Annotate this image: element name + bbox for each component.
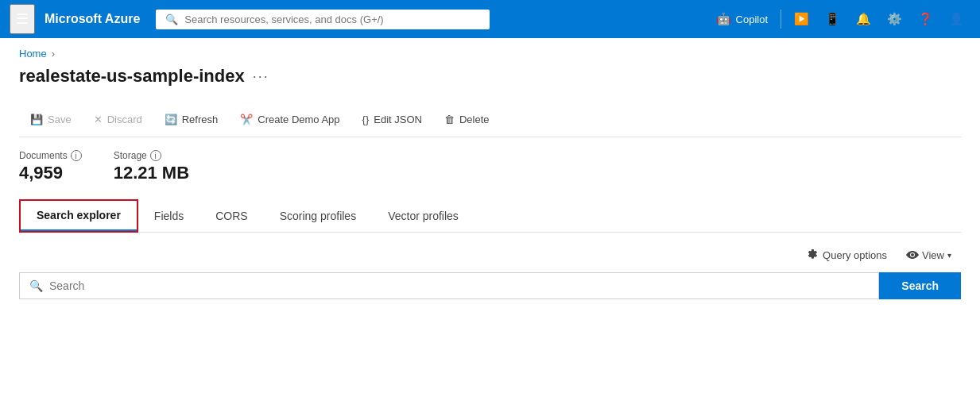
refresh-button[interactable]: 🔄 Refresh: [153, 109, 230, 130]
discard-icon: ✕: [94, 114, 103, 125]
portal-icon: 📱: [825, 12, 840, 26]
edit-json-icon: {}: [362, 114, 370, 125]
delete-button[interactable]: 🗑 Delete: [433, 109, 501, 130]
create-demo-icon: ✂️: [240, 114, 253, 125]
gear-icon: ⚙️: [887, 12, 902, 26]
tab-cors[interactable]: CORS: [199, 199, 263, 232]
help-icon: ❓: [918, 12, 933, 26]
copilot-button[interactable]: 🤖 Copilot: [710, 7, 774, 31]
user-button[interactable]: 👤: [943, 7, 970, 31]
azure-logo: Microsoft Azure: [45, 12, 140, 26]
tab-fields[interactable]: Fields: [138, 199, 199, 232]
global-search-icon: 🔍: [165, 13, 178, 25]
global-search: 🔍: [156, 10, 490, 29]
copilot-label: Copilot: [736, 13, 768, 25]
breadcrumb-home[interactable]: Home: [19, 48, 47, 60]
delete-icon: 🗑: [444, 114, 455, 125]
refresh-icon: 🔄: [165, 114, 177, 125]
discard-label: Discard: [107, 114, 142, 125]
view-label: View: [922, 249, 944, 261]
search-magnifier-icon: 🔍: [29, 279, 43, 292]
storage-stat: Storage i 12.21 MB: [114, 150, 189, 183]
portal-button[interactable]: 📱: [819, 7, 846, 31]
copilot-icon: 🤖: [716, 12, 731, 26]
discard-button[interactable]: ✕ Discard: [83, 109, 153, 130]
terminal-button[interactable]: ▶️: [788, 7, 815, 31]
page-title-row: realestate-us-sample-index ···: [19, 66, 961, 87]
stats-row: Documents i 4,959 Storage i 12.21 MB: [19, 150, 961, 183]
search-bar-row: 🔍 Search: [19, 272, 961, 299]
save-icon: 💾: [30, 114, 43, 125]
save-button[interactable]: 💾 Save: [19, 109, 83, 130]
global-search-input[interactable]: [184, 13, 480, 25]
breadcrumb-separator: ›: [52, 48, 55, 60]
search-button[interactable]: Search: [879, 272, 961, 299]
create-demo-label: Create Demo App: [258, 114, 339, 125]
hamburger-menu-button[interactable]: ☰: [10, 4, 35, 34]
search-input[interactable]: [49, 279, 869, 292]
query-options-button[interactable]: Query options: [799, 245, 893, 264]
storage-value: 12.21 MB: [114, 163, 189, 183]
user-icon: 👤: [949, 12, 964, 26]
search-input-wrapper: 🔍: [19, 272, 879, 299]
storage-label: Storage i: [114, 150, 189, 161]
query-options-row: Query options View ▾: [19, 245, 961, 264]
create-demo-button[interactable]: ✂️ Create Demo App: [229, 109, 351, 130]
view-eye-icon: [906, 248, 919, 261]
breadcrumb: Home ›: [19, 48, 961, 60]
settings-button[interactable]: ⚙️: [881, 7, 908, 31]
edit-json-label: Edit JSON: [374, 114, 422, 125]
tab-scoring-profiles[interactable]: Scoring profiles: [264, 199, 373, 232]
query-options-label: Query options: [823, 249, 887, 261]
refresh-label: Refresh: [182, 114, 219, 125]
nav-right-actions: 🤖 Copilot ▶️ 📱 🔔 ⚙️ ❓ 👤: [710, 7, 970, 31]
help-button[interactable]: ❓: [912, 7, 939, 31]
toolbar: 💾 Save ✕ Discard 🔄 Refresh ✂️ Create Dem…: [19, 102, 961, 137]
notification-button[interactable]: 🔔: [850, 7, 877, 31]
page-title: realestate-us-sample-index: [19, 66, 245, 87]
tab-search-explorer[interactable]: Search explorer: [21, 201, 137, 231]
delete-label: Delete: [459, 114, 490, 125]
top-navigation: ☰ Microsoft Azure 🔍 🤖 Copilot ▶️ 📱 🔔 ⚙️ …: [0, 0, 980, 38]
tabs-container: Search explorer Fields CORS Scoring prof…: [19, 199, 961, 233]
nav-divider: [781, 10, 781, 29]
view-button[interactable]: View ▾: [900, 245, 958, 264]
documents-stat: Documents i 4,959: [19, 150, 82, 183]
view-chevron-icon: ▾: [947, 251, 951, 260]
documents-info-icon[interactable]: i: [71, 150, 82, 161]
main-content: Home › realestate-us-sample-index ··· 💾 …: [0, 38, 980, 309]
search-explorer-tab-wrapper: Search explorer: [19, 199, 138, 233]
storage-info-icon[interactable]: i: [150, 150, 161, 161]
documents-label: Documents i: [19, 150, 82, 161]
documents-value: 4,959: [19, 163, 82, 183]
query-bar-container: Query options View ▾ 🔍 Search: [19, 233, 961, 309]
edit-json-button[interactable]: {} Edit JSON: [351, 109, 433, 130]
query-options-gear-icon: [805, 248, 818, 261]
more-options-button[interactable]: ···: [253, 68, 269, 85]
terminal-icon: ▶️: [794, 12, 809, 26]
bell-icon: 🔔: [856, 12, 871, 26]
tab-vector-profiles[interactable]: Vector profiles: [372, 199, 475, 232]
save-label: Save: [48, 114, 72, 125]
